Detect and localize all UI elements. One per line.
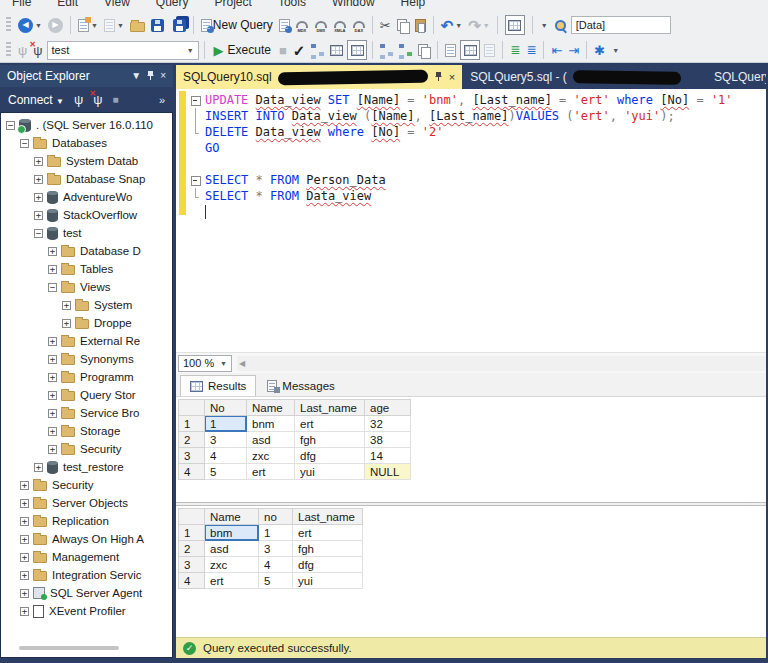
- grid-cell[interactable]: yui: [295, 464, 365, 480]
- column-header[interactable]: age: [365, 400, 411, 416]
- expand-icon[interactable]: +: [48, 373, 57, 382]
- toolbar-options-button[interactable]: ▼: [538, 15, 550, 35]
- collapse-icon[interactable]: −: [48, 283, 57, 292]
- undo-button[interactable]: ↶▼: [439, 15, 465, 35]
- search-input[interactable]: [Data]: [571, 16, 671, 34]
- code-line[interactable]: DELETE Data_view where [No] = '2': [188, 124, 766, 140]
- specify-values-button[interactable]: ✱: [592, 40, 607, 60]
- expand-icon[interactable]: +: [20, 571, 29, 580]
- results-to-file-button[interactable]: [482, 40, 497, 60]
- grid-cell[interactable]: bnm: [205, 525, 259, 541]
- row-header[interactable]: 4: [179, 464, 205, 480]
- grid-cell[interactable]: zxc: [247, 448, 295, 464]
- expand-icon[interactable]: +: [20, 589, 29, 598]
- tree-item[interactable]: +Storage: [1, 422, 172, 440]
- row-header[interactable]: 2: [179, 432, 205, 448]
- expand-icon[interactable]: +: [20, 553, 29, 562]
- tree-item[interactable]: +Security: [1, 476, 172, 494]
- save-all-button[interactable]: [168, 15, 188, 35]
- expand-icon[interactable]: +: [34, 193, 43, 202]
- grid-cell[interactable]: bnm: [247, 416, 295, 432]
- tree-item[interactable]: +Service Bro: [1, 404, 172, 422]
- grid-cell[interactable]: dfg: [293, 557, 363, 573]
- grid-cell[interactable]: 1: [259, 525, 293, 541]
- intellisense-toggle[interactable]: [347, 40, 367, 60]
- code-line[interactable]: INSERT INTO Data_view ([Name], [Last_nam…: [188, 108, 766, 124]
- tree-item[interactable]: +XEvent Profiler: [1, 602, 172, 620]
- expand-icon[interactable]: +: [34, 211, 43, 220]
- column-header[interactable]: No: [205, 400, 247, 416]
- grid-cell[interactable]: ert: [293, 525, 363, 541]
- tab-sqlquery5[interactable]: SQLQuery5.sql - (: [462, 65, 689, 89]
- new-project-button[interactable]: ▼: [76, 15, 100, 35]
- tree-item[interactable]: +SQL Server Agent: [1, 584, 172, 602]
- grid-cell[interactable]: 38: [365, 432, 411, 448]
- comment-button[interactable]: ≣: [508, 40, 522, 60]
- database-selector[interactable]: test▼: [47, 41, 199, 60]
- tree-item[interactable]: +Programm: [1, 368, 172, 386]
- grid-cell[interactable]: 1: [205, 416, 247, 432]
- fold-collapse-icon[interactable]: [188, 172, 205, 188]
- navigate-back-button[interactable]: ◀▼: [16, 15, 44, 35]
- mdx-query-icon[interactable]: MDX: [294, 18, 310, 33]
- dax-query-icon[interactable]: DAX: [351, 18, 367, 33]
- tree-item[interactable]: +External Re: [1, 332, 172, 350]
- toolbar-overflow-button[interactable]: ▼: [609, 40, 621, 60]
- add-item-button[interactable]: ▼: [102, 15, 126, 35]
- tree-item[interactable]: +Query Stor: [1, 386, 172, 404]
- client-stats-button[interactable]: [416, 40, 432, 60]
- tree-item[interactable]: −. (SQL Server 16.0.110: [1, 116, 172, 134]
- tree-item[interactable]: +System: [1, 296, 172, 314]
- expand-icon[interactable]: +: [48, 337, 57, 346]
- code-line[interactable]: SELECT * FROM Person_Data: [188, 172, 766, 188]
- menu-item-file[interactable]: File: [12, 0, 31, 7]
- grid-cell[interactable]: fgh: [295, 432, 365, 448]
- grid-cell[interactable]: ert: [205, 573, 259, 589]
- menu-item-tools[interactable]: Tools: [278, 0, 306, 7]
- tree-item[interactable]: −Databases: [1, 134, 172, 152]
- code-line[interactable]: GO: [188, 140, 766, 156]
- column-header[interactable]: Last_name: [293, 509, 363, 525]
- grid-cell[interactable]: NULL: [365, 464, 411, 480]
- collapse-icon[interactable]: −: [34, 229, 43, 238]
- pin-icon[interactable]: [434, 71, 443, 84]
- row-header[interactable]: 4: [179, 573, 205, 589]
- query-options-button[interactable]: [328, 40, 345, 60]
- stop-icon[interactable]: ■: [113, 95, 119, 105]
- grid-cell[interactable]: 5: [205, 464, 247, 480]
- tree-item[interactable]: −test: [1, 224, 172, 242]
- copy-button[interactable]: [395, 15, 411, 35]
- dmx-query-icon[interactable]: DMX: [313, 18, 329, 33]
- tree-item[interactable]: +Tables: [1, 260, 172, 278]
- tree-item[interactable]: +test_restore: [1, 458, 172, 476]
- code-line[interactable]: [188, 204, 766, 220]
- tree-scrollbar[interactable]: [19, 646, 119, 650]
- decrease-indent-button[interactable]: ⇤: [549, 40, 564, 60]
- navigate-forward-button[interactable]: ▶: [46, 15, 65, 35]
- cancel-query-button[interactable]: ■: [277, 40, 289, 60]
- database-engine-query-button[interactable]: [277, 15, 292, 35]
- tab-sqlquery-partial[interactable]: SQLQuery: [714, 65, 766, 89]
- grid-cell[interactable]: asd: [205, 541, 259, 557]
- paste-button[interactable]: [413, 15, 428, 35]
- grid-cell[interactable]: yui: [293, 573, 363, 589]
- xmla-query-icon[interactable]: XMLA: [332, 18, 348, 33]
- sql-editor[interactable]: UPDATE Data_view SET [Name] = 'bnm', [La…: [176, 89, 766, 352]
- tree-item[interactable]: +Replication: [1, 512, 172, 530]
- tree-item[interactable]: +Security: [1, 440, 172, 458]
- expand-icon[interactable]: +: [48, 427, 57, 436]
- toolbar-grip[interactable]: [6, 17, 11, 33]
- expand-icon[interactable]: +: [20, 517, 29, 526]
- expand-icon[interactable]: +: [34, 463, 43, 472]
- row-header[interactable]: 1: [179, 525, 205, 541]
- code-line[interactable]: [188, 156, 766, 172]
- expand-icon[interactable]: +: [34, 157, 43, 166]
- code-line[interactable]: UPDATE Data_view SET [Name] = 'bnm', [La…: [188, 92, 766, 108]
- save-button[interactable]: [149, 15, 166, 35]
- menu-item-help[interactable]: Help: [401, 0, 426, 7]
- row-header[interactable]: 3: [179, 448, 205, 464]
- execute-button[interactable]: ▶Execute: [210, 43, 275, 57]
- open-file-button[interactable]: [128, 15, 147, 35]
- grid-cell[interactable]: 4: [205, 448, 247, 464]
- toolbar-grip[interactable]: [6, 42, 11, 58]
